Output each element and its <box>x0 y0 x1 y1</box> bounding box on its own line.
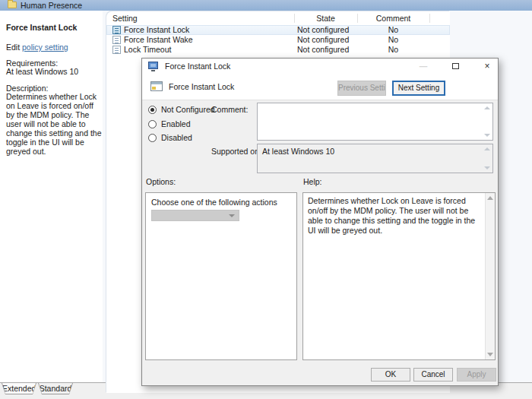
radio-icon <box>148 120 157 128</box>
row-setting-name: Force Instant Wake <box>124 35 193 45</box>
help-text: Determines whether Lock on Leave is forc… <box>308 196 483 236</box>
supported-on-box: At least Windows 10 <box>257 144 493 173</box>
row-state: Not configured <box>297 35 349 45</box>
row-comment: No <box>357 45 429 55</box>
previous-setting-button: Previous Setting <box>337 81 386 96</box>
edit-policy-line: Edit policy setting <box>6 43 68 52</box>
help-label: Help: <box>303 177 322 186</box>
scroll-up-icon[interactable] <box>484 147 490 150</box>
setting-icon <box>150 81 163 91</box>
help-scrollbar[interactable] <box>485 193 495 359</box>
radio-enabled[interactable]: Enabled <box>148 119 191 128</box>
row-state: Not configured <box>297 45 349 55</box>
tab-standard[interactable]: Standard <box>38 383 73 394</box>
close-button[interactable]: × <box>477 59 498 74</box>
table-row[interactable]: Force Instant Lock Not configured No <box>106 25 450 35</box>
tab-extended[interactable]: Extended <box>2 383 36 394</box>
comment-label: Comment: <box>211 105 248 114</box>
row-setting-name: Force Instant Lock <box>124 25 189 35</box>
radio-label: Disabled <box>161 133 192 142</box>
action-dropdown <box>151 210 239 221</box>
dialog-title: Force Instant Lock <box>165 62 230 71</box>
policy-row-icon <box>112 46 121 54</box>
breadcrumb-band: Human Presence <box>0 0 532 11</box>
list-header: Setting State Comment <box>106 11 450 24</box>
requirements-value: At least Windows 10 <box>6 67 78 76</box>
policy-row-icon <box>112 26 121 34</box>
maximize-button[interactable] <box>445 59 466 74</box>
column-separator[interactable] <box>429 14 430 23</box>
folder-icon <box>8 2 17 8</box>
policy-row-icon <box>112 36 121 44</box>
scroll-down-icon[interactable] <box>484 166 490 169</box>
cancel-button[interactable]: Cancel <box>413 368 453 382</box>
radio-disabled[interactable]: Disabled <box>148 133 192 142</box>
options-box: Choose one of the following actions <box>145 192 297 360</box>
column-separator[interactable] <box>357 14 358 23</box>
radio-not-configured[interactable]: Not Configured <box>148 105 215 114</box>
row-setting-name: Lock Timeout <box>124 45 171 55</box>
row-comment: No <box>357 25 429 35</box>
comment-textarea[interactable] <box>257 103 493 141</box>
radio-label: Not Configured <box>161 105 215 114</box>
options-label: Options: <box>146 177 176 186</box>
selected-policy-title: Force Instant Lock <box>6 23 77 32</box>
column-separator[interactable] <box>294 14 295 23</box>
policy-description-pane: Force Instant Lock Edit policy setting R… <box>0 11 103 382</box>
row-comment: No <box>357 35 429 45</box>
scroll-down-icon[interactable] <box>484 134 490 137</box>
scroll-up-icon[interactable] <box>487 196 493 200</box>
scroll-down-icon[interactable] <box>487 353 493 356</box>
supported-on-label: Supported on: <box>211 147 261 156</box>
policy-setting-dialog: Force Instant Lock — × Force Instant Loc… <box>141 58 499 386</box>
scroll-up-icon[interactable] <box>484 106 490 109</box>
maximize-icon <box>452 63 459 69</box>
edit-prefix: Edit <box>6 43 22 52</box>
category-title: Human Presence <box>21 1 82 10</box>
minimize-button: — <box>413 59 434 74</box>
options-instruction: Choose one of the following actions <box>151 198 277 207</box>
radio-label: Enabled <box>161 119 191 128</box>
app-icon <box>148 62 158 69</box>
supported-on-value: At least Windows 10 <box>262 147 334 156</box>
dialog-setting-header: Force Instant Lock Previous Setting Next… <box>142 74 498 100</box>
tab-standard-label: Standard <box>39 383 72 394</box>
dialog-titlebar[interactable]: Force Instant Lock — × <box>142 59 498 74</box>
radio-icon <box>148 134 157 142</box>
edit-policy-setting-link[interactable]: policy setting <box>22 43 68 52</box>
row-state: Not configured <box>297 25 349 35</box>
description-text: Determines whether Lock on Leave is forc… <box>6 92 102 156</box>
dialog-setting-name: Force Instant Lock <box>169 82 234 91</box>
table-row[interactable]: Force Instant Wake Not configured No <box>106 35 450 45</box>
next-setting-button[interactable]: Next Setting <box>392 81 445 96</box>
ok-button[interactable]: OK <box>371 368 410 382</box>
column-header-state[interactable]: State <box>294 14 357 23</box>
table-row[interactable]: Lock Timeout Not configured No <box>106 45 450 55</box>
help-box: Determines whether Lock on Leave is forc… <box>302 192 496 360</box>
tab-extended-label: Extended <box>2 383 36 394</box>
column-header-comment[interactable]: Comment <box>357 14 429 23</box>
radio-icon <box>148 106 157 114</box>
column-header-setting[interactable]: Setting <box>112 14 138 23</box>
apply-button: Apply <box>457 368 496 382</box>
